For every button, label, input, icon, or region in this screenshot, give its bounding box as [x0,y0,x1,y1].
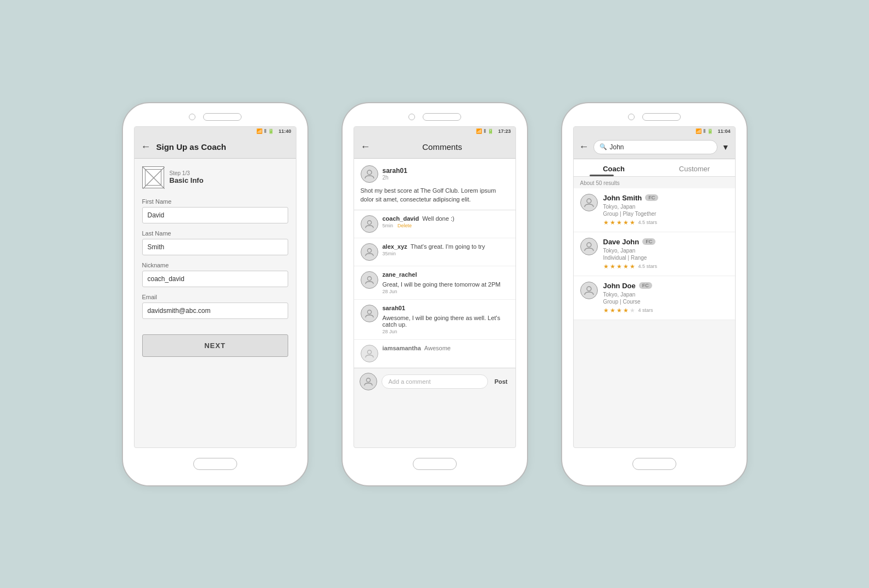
step-label: Basic Info [170,176,204,184]
star-2-2: ★ [610,263,615,270]
comment-meta-4: 28 Jun [383,329,509,334]
result-avatar-3 [580,282,598,299]
post-text: Shot my best score at The Golf Club. Lor… [361,186,509,204]
add-comment-input[interactable]: Add a comment [382,374,488,389]
result-item-2[interactable]: Dave John FC Tokyo, Japan Individual | R… [574,232,735,276]
result-stars-1: ★ ★ ★ ★ ★ 4.5 stars [603,219,728,226]
battery-icon-2: 🔋 [487,128,494,134]
phone-home-1[interactable] [193,458,237,470]
result-stars-2: ★ ★ ★ ★ ★ 4.5 stars [603,263,728,270]
result-avatar-1 [580,194,598,211]
comment-time-3: 28 Jun [383,289,397,294]
star-2-1: ★ [603,263,609,270]
svg-point-6 [367,310,371,313]
field-input-email[interactable]: davidsmith@abc.com [142,303,288,319]
comment-right-2: alex_xyz That's great. I'm going to try … [383,243,509,256]
comments-title: Comments [376,142,509,152]
status-bar-2: 📶 Ⅱ 🔋 17:23 [354,127,515,136]
comment-avatar-3 [361,271,378,289]
result-item-1[interactable]: John Smith FC Tokyo, Japan Group | Play … [574,188,735,232]
search-header: ← 🔍 John ▼ [574,136,735,159]
screen-comments: 📶 Ⅱ 🔋 17:23 ← Comments [354,126,516,448]
stars-label-3: 4 stars [638,307,653,313]
filter-icon[interactable]: ▼ [722,143,730,152]
post-avatar [361,165,378,183]
wifi-icon-3: 📶 [696,128,702,134]
post-button[interactable]: Post [492,378,510,385]
phone-search: 📶 Ⅱ 🔋 11:04 ← 🔍 John ▼ Coach Cu [561,102,748,486]
step-number: Step 1/3 [170,170,204,176]
phone-speaker-2 [423,113,461,121]
status-time-1: 11:40 [278,128,291,134]
phone-camera-1 [189,114,195,120]
commenter-avatar [360,373,377,390]
search-box[interactable]: 🔍 John [593,140,717,154]
comment-meta-1: 5min Delete [383,223,509,228]
signup-back-button[interactable]: ← [141,141,151,153]
star-1-3: ★ [616,219,622,226]
comment-text-4: Awesome, I will be going there as well. … [383,315,509,328]
comment-username-1: coach_david [383,215,419,222]
tab-customer[interactable]: Customer [654,159,735,176]
star-1-4: ★ [623,219,629,226]
result-item-3[interactable]: John Doe FC Tokyo, Japan Group | Course … [574,276,735,320]
battery-icon-3: 🔋 [707,128,713,134]
result-avatar-2 [580,238,598,255]
next-button[interactable]: NEXT [142,334,288,357]
results-label: About 50 results [574,177,735,188]
field-input-nickname[interactable]: coach_david [142,271,288,287]
comment-time-4: 28 Jun [383,329,397,334]
result-info-2: Dave John FC Tokyo, Japan Individual | R… [603,238,728,270]
svg-point-3 [367,220,371,224]
comments-back-button[interactable]: ← [361,141,371,153]
comment-username-3: zane_rachel [383,271,417,278]
phone-top-2 [343,113,527,121]
field-label-email: Email [142,294,288,300]
stars-label-2: 4.5 stars [638,264,658,269]
comment-item-1: coach_david Well done :) 5min Delete [354,210,515,238]
search-back-button[interactable]: ← [579,141,589,153]
svg-point-9 [587,199,591,203]
result-info-3: John Doe FC Tokyo, Japan Group | Course … [603,282,728,314]
svg-point-5 [367,276,371,280]
star-3-1: ★ [603,307,609,314]
field-input-lastname[interactable]: Smith [142,239,288,255]
comment-avatar-2 [361,243,378,261]
comment-user-line-3: zane_rachel Great, I will be going there… [383,271,509,288]
result-info-1: John Smith FC Tokyo, Japan Group | Play … [603,194,728,226]
search-icon: 🔍 [599,143,607,150]
search-tabs: Coach Customer [574,159,735,177]
delete-button-1[interactable]: Delete [397,223,412,228]
comment-user-line-5: iamsamantha Awesome [383,345,509,351]
comment-text-5: Awesome [424,345,451,351]
phone-home-3[interactable] [632,458,676,470]
stars-label-1: 4.5 stars [638,220,658,225]
result-badge-1: FC [645,194,658,201]
result-type-2: Individual | Range [603,255,728,261]
result-name-1: John Smith [603,194,642,202]
result-badge-2: FC [642,238,655,245]
signup-body: Step 1/3 Basic Info First Name David Las… [134,159,296,365]
field-input-firstname[interactable]: David [142,207,288,223]
result-name-3: John Doe [603,282,636,290]
star-3-3: ★ [616,307,622,314]
result-name-row-1: John Smith FC [603,194,728,202]
screen-search: 📶 Ⅱ 🔋 11:04 ← 🔍 John ▼ Coach Cu [573,126,736,448]
star-1-5: ★ [630,219,635,226]
svg-point-7 [367,350,371,354]
phone-home-2[interactable] [413,458,457,470]
svg-point-4 [367,248,371,252]
svg-point-10 [587,243,591,247]
post-time: 2h [383,175,407,181]
tab-coach[interactable]: Coach [574,159,654,176]
status-bar-3: 📶 Ⅱ 🔋 11:04 [574,127,735,136]
add-comment-bar: Add a comment Post [354,368,515,395]
search-input[interactable]: John [610,143,711,151]
status-time-2: 17:23 [498,128,511,134]
comment-avatar-4 [361,305,378,322]
avatar-icon-c1 [365,219,374,229]
phone-bottom-3 [632,458,676,470]
phone-comments: 📶 Ⅱ 🔋 17:23 ← Comments [341,102,528,486]
result-type-3: Group | Course [603,299,728,305]
step-block: Step 1/3 Basic Info [142,166,288,188]
